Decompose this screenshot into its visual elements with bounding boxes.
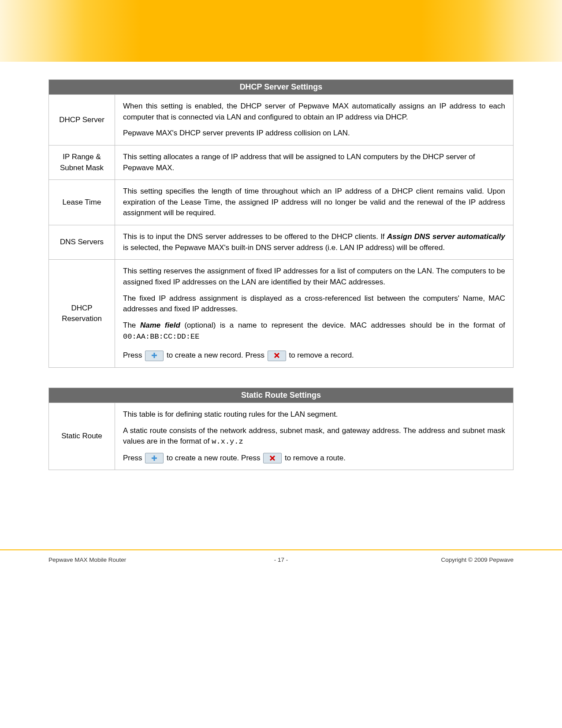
paragraph: The fixed IP address assignment is displ… — [123, 293, 505, 315]
row-label-lease-time: Lease Time — [49, 180, 115, 225]
text-span: This is to input the DNS server addresse… — [123, 232, 387, 241]
text-span: A static route consists of the network a… — [123, 426, 505, 446]
mono-ip-format: w.x.y.z — [212, 437, 243, 446]
row-label-dhcp-server: DHCP Server — [49, 95, 115, 146]
text-span: Press — [123, 351, 144, 359]
remove-record-button[interactable] — [268, 351, 286, 361]
emphasis-name-field: Name field — [140, 321, 180, 329]
row-label-ip-range: IP Range & Subnet Mask — [49, 145, 115, 179]
dhcp-settings-table: DHCP Server Settings DHCP Server When th… — [48, 79, 514, 368]
table-row: DHCP Server When this setting is enabled… — [49, 95, 514, 146]
text-span: to remove a route. — [283, 454, 346, 462]
row-desc-dhcp-server: When this setting is enabled, the DHCP s… — [115, 95, 514, 146]
row-label-static-route: Static Route — [49, 403, 115, 470]
row-desc-dns-servers: This is to input the DNS server addresse… — [115, 225, 514, 260]
row-desc-static-route: This table is for defining static routin… — [115, 403, 514, 470]
text-span: Press — [123, 454, 144, 462]
page-footer: Pepwave MAX Mobile Router - 17 - Copyrig… — [0, 550, 562, 590]
footer-left: Pepwave MAX Mobile Router — [48, 556, 204, 563]
svg-rect-5 — [152, 457, 157, 459]
paragraph: Press to create a new route. Press to re… — [123, 453, 505, 464]
mono-mac-format: 00:AA:BB:CC:DD:EE — [123, 332, 199, 341]
emphasis-assign-dns: Assign DNS server automatically — [387, 232, 505, 241]
add-record-button[interactable] — [145, 351, 164, 361]
paragraph: This is to input the DNS server addresse… — [123, 231, 505, 253]
paragraph: The Name field (optional) is a name to r… — [123, 320, 505, 342]
paragraph: This table is for defining static routin… — [123, 409, 505, 420]
table-row: DNS Servers This is to input the DNS ser… — [49, 225, 514, 260]
plus-icon — [151, 455, 157, 461]
paragraph: This setting specifies the length of tim… — [123, 186, 505, 219]
text-span: is selected, the Pepwave MAX's built-in … — [123, 243, 445, 252]
page-content: DHCP Server Settings DHCP Server When th… — [0, 62, 562, 470]
svg-rect-1 — [152, 355, 157, 356]
static-table-title: Static Route Settings — [49, 388, 514, 403]
table-row: DHCP Reservation This setting reserves t… — [49, 260, 514, 367]
text-span: to create a new record. Press — [164, 351, 267, 359]
text-span: to create a new route. Press — [164, 454, 262, 462]
paragraph: When this setting is enabled, the DHCP s… — [123, 101, 505, 123]
row-desc-ip-range: This setting allocates a range of IP add… — [115, 145, 514, 179]
x-icon — [269, 455, 275, 461]
plus-icon — [151, 352, 157, 358]
row-label-dhcp-reservation: DHCP Reservation — [49, 260, 115, 367]
table-row: Static Route This table is for defining … — [49, 403, 514, 470]
static-route-table: Static Route Settings Static Route This … — [48, 388, 514, 470]
dhcp-table-title: DHCP Server Settings — [49, 80, 514, 95]
add-route-button[interactable] — [145, 453, 164, 463]
paragraph: Pepwave MAX's DHCP server prevents IP ad… — [123, 128, 505, 139]
row-desc-lease-time: This setting specifies the length of tim… — [115, 180, 514, 225]
row-label-dns-servers: DNS Servers — [49, 225, 115, 260]
paragraph: This setting allocates a range of IP add… — [123, 152, 505, 173]
table-row: Lease Time This setting specifies the le… — [49, 180, 514, 225]
paragraph: A static route consists of the network a… — [123, 426, 505, 448]
paragraph: Press to create a new record. Press to r… — [123, 350, 505, 361]
footer-copyright: Copyright © 2009 Pepwave — [358, 556, 514, 563]
x-icon — [274, 352, 280, 358]
row-desc-dhcp-reservation: This setting reserves the assignment of … — [115, 260, 514, 367]
paragraph: This setting reserves the assignment of … — [123, 266, 505, 287]
table-row: IP Range & Subnet Mask This setting allo… — [49, 145, 514, 179]
text-span: The — [123, 321, 140, 329]
remove-route-button[interactable] — [263, 453, 282, 463]
top-banner — [0, 0, 562, 62]
text-span: (optional) is a name to represent the de… — [180, 321, 505, 329]
text-span: to remove a record. — [287, 351, 354, 359]
footer-page-number: - 17 - — [204, 556, 359, 563]
